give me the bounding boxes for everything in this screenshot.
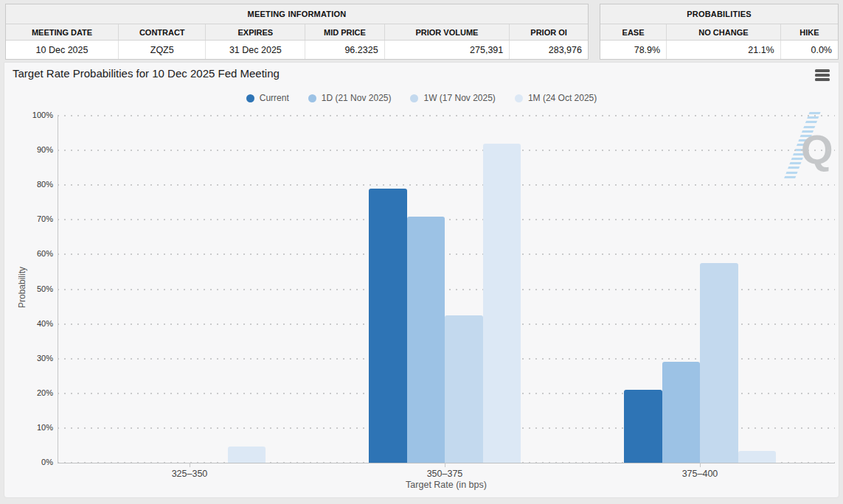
- meeting-information-title: MEETING INFORMATION: [6, 4, 588, 24]
- probabilities-column-header: NO CHANGE: [667, 24, 781, 40]
- bar-1w-350-375: [445, 315, 483, 463]
- meeting-information-data-row: 10 Dec 2025ZQZ531 Dec 202596.2325275,391…: [6, 41, 588, 59]
- meeting-info-cell: ZQZ5: [119, 41, 206, 59]
- bar-1d-375-400: [662, 362, 701, 463]
- x-axis-tick-mark: [700, 463, 701, 467]
- y-axis-tick-label: 70%: [9, 214, 53, 223]
- x-axis-title: Target Rate (in bps): [372, 480, 520, 490]
- meeting-info-cell: 10 Dec 2025: [6, 41, 119, 59]
- meeting-info-column-header: PRIOR OI: [510, 24, 588, 40]
- probabilities-column-header: HIKE: [781, 24, 838, 40]
- meeting-info-column-header: MID PRICE: [305, 24, 384, 40]
- fed-meeting-chart-panel: Target Rate Probabilities for 10 Dec 202…: [4, 62, 839, 498]
- x-axis-line: [58, 463, 835, 463]
- meeting-info-cell: 31 Dec 2025: [206, 41, 305, 59]
- probabilities-header-row: EASENO CHANGEHIKE: [600, 24, 838, 41]
- bar-group: [624, 116, 776, 463]
- y-axis-tick-label: 50%: [9, 284, 53, 293]
- chart-plot-area: Q Probability Target Rate (in bps) 0%10%…: [4, 63, 839, 497]
- probabilities-column-header: EASE: [600, 24, 667, 40]
- probabilities-cell: 21.1%: [667, 41, 781, 59]
- y-axis-line: [58, 116, 58, 463]
- y-axis-tick-label: 40%: [9, 319, 53, 328]
- bar-group: [369, 116, 521, 463]
- y-axis-tick-label: 90%: [9, 145, 53, 154]
- meeting-information-table: MEETING INFORMATION MEETING DATECONTRACT…: [5, 4, 589, 60]
- y-axis-tick-label: 100%: [9, 111, 53, 119]
- probabilities-data-row: 78.9%21.1%0.0%: [600, 41, 838, 59]
- probabilities-title: PROBABILITIES: [600, 4, 838, 24]
- y-axis-tick-label: 60%: [9, 249, 53, 258]
- bar-1m-375-400: [738, 451, 777, 463]
- y-axis-tick-label: 30%: [9, 354, 53, 363]
- bar-current-375-400: [624, 390, 662, 463]
- meeting-info-cell: 275,391: [385, 41, 510, 59]
- x-axis-tick-label: 375–400: [656, 469, 744, 479]
- x-axis-tick-mark: [190, 463, 190, 467]
- meeting-info-column-header: MEETING DATE: [6, 24, 119, 40]
- meeting-info-column-header: EXPIRES: [206, 24, 305, 40]
- y-axis-tick-label: 10%: [9, 423, 53, 432]
- x-axis-tick-label: 325–350: [145, 469, 234, 479]
- bar-group: [114, 116, 266, 463]
- meeting-info-cell: 283,976: [510, 41, 588, 59]
- meeting-info-column-header: CONTRACT: [119, 24, 206, 40]
- bar-current-350-375: [369, 189, 407, 463]
- probabilities-table: PROBABILITIES EASENO CHANGEHIKE 78.9%21.…: [600, 4, 839, 60]
- bar-1m-325-350: [228, 447, 266, 463]
- bar-1m-350-375: [483, 144, 521, 463]
- bar-1w-375-400: [700, 263, 738, 463]
- y-axis-tick-label: 20%: [9, 388, 53, 397]
- meeting-information-header-row: MEETING DATECONTRACTEXPIRESMID PRICEPRIO…: [6, 24, 588, 41]
- x-axis-tick-mark: [445, 463, 445, 467]
- y-axis-tick-label: 0%: [9, 458, 53, 466]
- meeting-info-column-header: PRIOR VOLUME: [385, 24, 510, 40]
- probabilities-cell: 78.9%: [600, 41, 667, 59]
- y-axis-tick-label: 80%: [9, 180, 53, 189]
- x-axis-tick-label: 350–375: [400, 469, 489, 479]
- probabilities-cell: 0.0%: [781, 41, 838, 59]
- bar-1d-350-375: [407, 217, 445, 463]
- meeting-info-cell: 96.2325: [305, 41, 384, 59]
